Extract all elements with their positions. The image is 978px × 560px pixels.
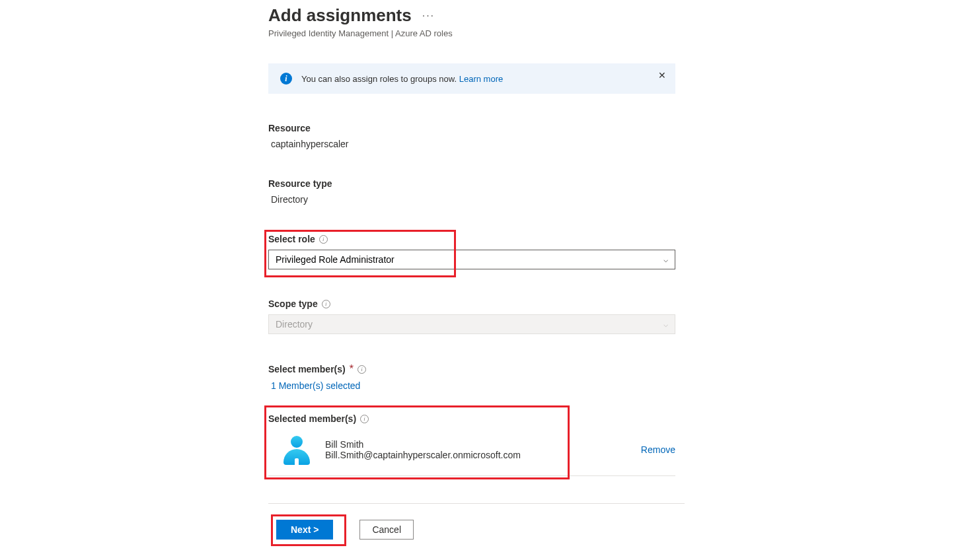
- select-members-label: Select member(s): [268, 364, 346, 374]
- info-tooltip-icon[interactable]: i: [360, 415, 369, 423]
- resource-label: Resource: [268, 123, 685, 133]
- select-role-dropdown[interactable]: Privileged Role Administrator ⌵: [268, 250, 675, 269]
- selected-member-row: Bill Smith Bill.Smith@captainhyperscaler…: [268, 435, 675, 476]
- select-role-value: Privileged Role Administrator: [276, 254, 395, 265]
- resource-value: captainhyperscaler: [268, 139, 685, 149]
- info-banner-message: You can also assign roles to groups now.: [301, 74, 459, 84]
- selected-members-label: Selected member(s): [268, 413, 356, 424]
- breadcrumb: Privileged Identity Management | Azure A…: [268, 28, 685, 38]
- info-icon: i: [280, 73, 292, 85]
- resource-type-value: Directory: [268, 194, 685, 205]
- scope-type-value: Directory: [276, 319, 313, 330]
- more-actions-button[interactable]: ···: [420, 10, 437, 22]
- footer-actions: Next > Cancel: [268, 503, 685, 540]
- info-tooltip-icon[interactable]: i: [319, 235, 328, 244]
- next-button[interactable]: Next >: [276, 520, 333, 540]
- info-banner: i You can also assign roles to groups no…: [268, 63, 675, 94]
- close-icon[interactable]: ✕: [658, 70, 666, 81]
- resource-type-label: Resource type: [268, 178, 685, 189]
- chevron-down-icon: ⌵: [663, 320, 668, 329]
- info-banner-text: You can also assign roles to groups now.…: [301, 74, 503, 84]
- page-title: Add assignments: [268, 5, 412, 26]
- members-selected-link[interactable]: 1 Member(s) selected: [268, 380, 685, 391]
- member-email: Bill.Smith@captainhyperscaler.onmicrosof…: [325, 450, 521, 460]
- info-tooltip-icon[interactable]: i: [322, 300, 330, 308]
- cancel-button[interactable]: Cancel: [359, 520, 414, 540]
- member-name: Bill Smith: [325, 439, 521, 450]
- remove-member-link[interactable]: Remove: [641, 444, 675, 455]
- learn-more-link[interactable]: Learn more: [459, 74, 503, 84]
- select-role-label: Select role: [268, 234, 315, 244]
- required-indicator: *: [350, 363, 354, 375]
- user-avatar-icon: [282, 435, 312, 465]
- info-tooltip-icon[interactable]: i: [357, 365, 366, 374]
- scope-type-label: Scope type: [268, 298, 318, 309]
- chevron-down-icon: ⌵: [663, 255, 668, 264]
- scope-type-dropdown: Directory ⌵: [268, 314, 675, 334]
